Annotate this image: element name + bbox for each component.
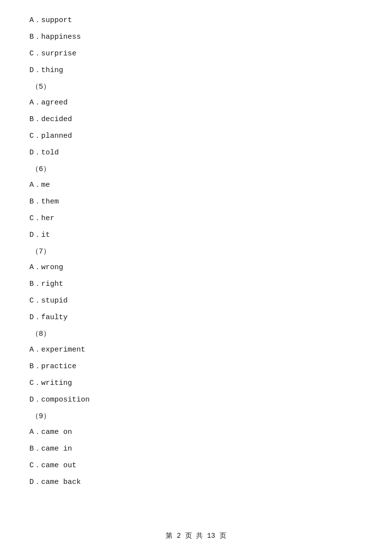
option-d-6: D．it	[29, 229, 363, 241]
option-a-5: A．agreed	[29, 97, 363, 109]
page-footer: 第 2 页 共 13 页	[0, 531, 392, 540]
option-c-7: C．stupid	[29, 295, 363, 307]
question-block-6: A．me B．them C．her D．it	[29, 179, 363, 241]
question-block-4: A．support B．happiness C．surprise D．thing	[29, 15, 363, 76]
option-a-4: A．support	[29, 15, 363, 26]
question-block-5: A．agreed B．decided C．planned D．told	[29, 97, 363, 159]
page-content: A．support B．happiness C．surprise D．thing…	[0, 0, 392, 523]
option-c-6: C．her	[29, 213, 363, 225]
option-a-8: A．experiment	[29, 344, 363, 356]
question-number-9: （9）	[29, 411, 363, 423]
option-b-6: B．them	[29, 196, 363, 208]
option-a-6: A．me	[29, 179, 363, 191]
question-number-5: （5）	[29, 81, 363, 93]
option-b-8: B．practice	[29, 361, 363, 373]
option-b-7: B．right	[29, 278, 363, 290]
option-b-5: B．decided	[29, 114, 363, 126]
option-c-5: C．planned	[29, 130, 363, 142]
option-a-9: A．came on	[29, 427, 363, 438]
option-c-9: C．came out	[29, 460, 363, 472]
option-d-8: D．composition	[29, 394, 363, 406]
option-c-8: C．writing	[29, 378, 363, 389]
question-number-7: （7）	[29, 246, 363, 258]
question-number-8: （8）	[29, 328, 363, 340]
question-block-7: A．wrong B．right C．stupid D．faulty	[29, 262, 363, 324]
question-block-8: A．experiment B．practice C．writing D．comp…	[29, 344, 363, 406]
option-d-7: D．faulty	[29, 312, 363, 324]
option-d-9: D．came back	[29, 477, 363, 488]
option-c-4: C．surprise	[29, 48, 363, 60]
option-b-4: B．happiness	[29, 31, 363, 43]
question-number-6: （6）	[29, 164, 363, 176]
question-block-9: A．came on B．came in C．came out D．came ba…	[29, 427, 363, 488]
option-a-7: A．wrong	[29, 262, 363, 274]
option-d-4: D．thing	[29, 65, 363, 76]
option-d-5: D．told	[29, 147, 363, 159]
page-number-text: 第 2 页 共 13 页	[166, 532, 226, 540]
option-b-9: B．came in	[29, 443, 363, 455]
